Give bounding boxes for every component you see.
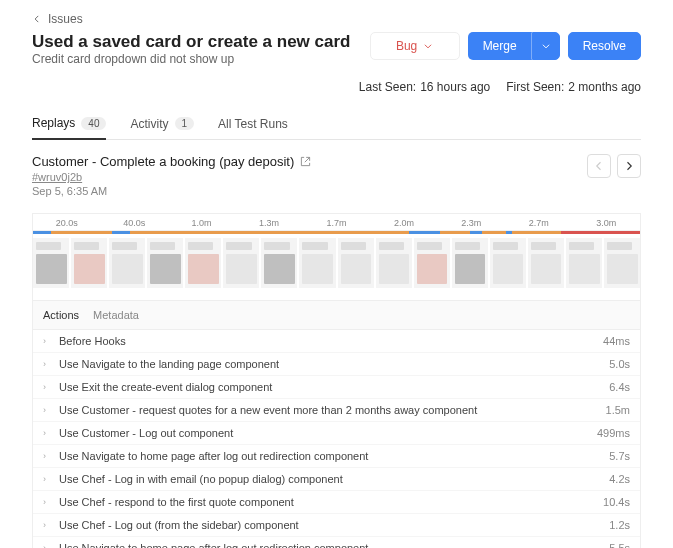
issue-subtitle: Credit card dropdown did not show up [32,52,350,66]
action-row[interactable]: ›Use Chef - respond to the first quote c… [33,491,640,514]
timeline-tick: 2.3m [438,218,505,228]
session-id[interactable]: #wruv0j2b [32,171,311,183]
action-label: Use Navigate to the landing page compone… [59,358,609,370]
timeline-frames [33,234,640,288]
timeline-tick: 40.0s [100,218,167,228]
action-row[interactable]: ›Before Hooks44ms [33,330,640,353]
last-seen-label: Last Seen: [359,80,416,94]
chevron-right-icon: › [43,497,55,507]
action-rows: ›Before Hooks44ms›Use Navigate to the la… [33,330,640,548]
action-label: Use Customer - request quotes for a new … [59,404,606,416]
prev-replay-button [587,154,611,178]
action-label: Use Chef - respond to the first quote co… [59,496,603,508]
action-label: Use Chef - Log out (from the sidebar) co… [59,519,609,531]
arrow-left-icon [593,160,605,172]
chevron-right-icon: › [43,451,55,461]
chevron-right-icon: › [43,336,55,346]
action-row[interactable]: ›Use Exit the create-event dialog compon… [33,376,640,399]
timeline-tick: 1.3m [235,218,302,228]
back-label: Issues [48,12,83,26]
timeline-tick: 2.0m [370,218,437,228]
arrow-left-icon [32,14,42,24]
chevron-right-icon: › [43,428,55,438]
chevron-right-icon: › [43,382,55,392]
action-row[interactable]: ›Use Navigate to home page after log out… [33,445,640,468]
chevron-right-icon: › [43,543,55,548]
action-row[interactable]: ›Use Chef - Log out (from the sidebar) c… [33,514,640,537]
action-duration: 5.0s [609,358,630,370]
action-duration: 5.5s [609,542,630,548]
replays-count: 40 [81,117,106,130]
panel-tab-metadata[interactable]: Metadata [93,309,139,321]
timeline-tick: 2.7m [505,218,572,228]
replay-timeline[interactable]: 20.0s40.0s1.0m1.3m1.7m2.0m2.3m2.7m3.0m [32,213,641,301]
action-label: Use Exit the create-event dialog compone… [59,381,609,393]
panel-tab-actions[interactable]: Actions [43,309,79,321]
tab-replays[interactable]: Replays 40 [32,108,106,140]
back-to-issues-link[interactable]: Issues [32,12,83,26]
next-replay-button[interactable] [617,154,641,178]
action-label: Use Chef - Log in with email (no popup d… [59,473,609,485]
timeline-tick: 20.0s [33,218,100,228]
action-row[interactable]: ›Use Chef - Log in with email (no popup … [33,468,640,491]
tab-all-test-runs[interactable]: All Test Runs [218,109,288,139]
tab-activity[interactable]: Activity 1 [130,109,194,139]
bug-type-dropdown[interactable]: Bug [370,32,460,60]
external-link-icon [300,156,311,167]
action-row[interactable]: ›Use Navigate to home page after log out… [33,537,640,548]
issue-title: Used a saved card or create a new card [32,32,350,52]
last-seen-value: 16 hours ago [420,80,490,94]
arrow-right-icon [623,160,635,172]
merge-caret-button[interactable] [532,32,560,60]
action-row[interactable]: ›Use Navigate to the landing page compon… [33,353,640,376]
resolve-button[interactable]: Resolve [568,32,641,60]
action-row[interactable]: ›Use Customer - Log out component499ms [33,422,640,445]
action-duration: 4.2s [609,473,630,485]
action-duration: 499ms [597,427,630,439]
action-duration: 5.7s [609,450,630,462]
seen-meta: Last Seen:16 hours ago First Seen:2 mont… [32,80,641,94]
action-duration: 6.4s [609,381,630,393]
merge-button[interactable]: Merge [468,32,532,60]
timeline-tick: 1.7m [303,218,370,228]
chevron-right-icon: › [43,474,55,484]
action-duration: 1.2s [609,519,630,531]
first-seen-label: First Seen: [506,80,564,94]
action-duration: 44ms [603,335,630,347]
action-label: Use Navigate to home page after log out … [59,450,609,462]
activity-count: 1 [175,117,195,130]
chevron-down-icon [541,41,551,51]
action-label: Before Hooks [59,335,603,347]
main-tabs: Replays 40 Activity 1 All Test Runs [32,108,641,140]
chevron-right-icon: › [43,520,55,530]
chevron-right-icon: › [43,359,55,369]
chevron-down-icon [423,41,433,51]
action-label: Use Customer - Log out component [59,427,597,439]
timeline-ticks: 20.0s40.0s1.0m1.3m1.7m2.0m2.3m2.7m3.0m [33,214,640,231]
session-title[interactable]: Customer - Complete a booking (pay depos… [32,154,311,169]
timeline-segments [33,231,640,234]
actions-panel: Actions Metadata ›Before Hooks44ms›Use N… [32,301,641,548]
first-seen-value: 2 months ago [568,80,641,94]
timeline-tick: 3.0m [573,218,640,228]
session-time: Sep 5, 6:35 AM [32,185,311,197]
action-duration: 1.5m [606,404,630,416]
chevron-right-icon: › [43,405,55,415]
action-label: Use Navigate to home page after log out … [59,542,609,548]
timeline-tick: 1.0m [168,218,235,228]
action-row[interactable]: ›Use Customer - request quotes for a new… [33,399,640,422]
merge-button-group: Merge [468,32,560,60]
action-duration: 10.4s [603,496,630,508]
